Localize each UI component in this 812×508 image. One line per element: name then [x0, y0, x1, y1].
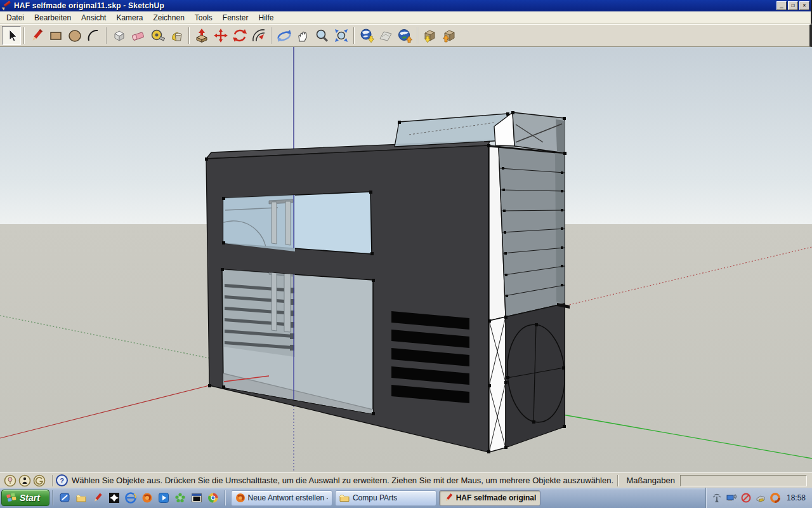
close-button[interactable]: ✕	[799, 1, 809, 10]
get-current-view-button[interactable]	[357, 26, 376, 45]
zoom-extents-icon	[334, 28, 349, 43]
sketchup-quicklaunch-icon[interactable]	[91, 491, 104, 504]
firefox-icon	[235, 493, 245, 503]
windows-flag-icon	[6, 493, 17, 503]
icq-icon[interactable]	[174, 491, 187, 504]
statusbar-separator	[52, 475, 53, 486]
task-firefox-window[interactable]: Neue Antwort erstellen -...	[231, 490, 332, 506]
share-model-button[interactable]	[440, 26, 459, 45]
menu-bar: Datei Bearbeiten Ansicht Kamera Zeichnen…	[0, 11, 812, 24]
globe-download-icon	[359, 28, 374, 43]
toolbar-separator	[106, 27, 107, 44]
show-desktop-icon[interactable]	[58, 491, 71, 504]
folder-icon	[339, 493, 350, 503]
make-component-tool-button[interactable]	[110, 26, 129, 45]
circle-tool-button[interactable]	[65, 26, 84, 45]
warehouse-download-icon	[422, 28, 438, 43]
offset-tool-button[interactable]	[249, 26, 268, 45]
zoom-extents-tool-button[interactable]	[332, 26, 351, 45]
rectangle-icon	[48, 28, 63, 43]
rotate-icon	[232, 28, 247, 43]
statusbar-separator	[617, 475, 619, 486]
offset-icon	[251, 28, 266, 43]
toolbar	[0, 24, 812, 47]
orbit-tool-button[interactable]	[275, 26, 294, 45]
menu-hilfe[interactable]: Hilfe	[254, 12, 279, 23]
line-tool-button[interactable]	[27, 26, 46, 45]
fraps-icon[interactable]	[108, 491, 121, 504]
wireless-tray-icon[interactable]	[711, 492, 723, 504]
taskbar: Start Neue Antwort erstellen -... Compu …	[0, 488, 812, 508]
menu-ansicht[interactable]: Ansicht	[76, 12, 111, 23]
menu-bearbeiten[interactable]: Bearbeiten	[29, 12, 76, 23]
geolocation-badge-icon[interactable]	[4, 474, 16, 487]
warehouse-upload-icon	[442, 28, 457, 43]
paint-bucket-icon	[169, 28, 184, 43]
quick-launch	[56, 491, 222, 504]
zoom-tool-button[interactable]	[313, 26, 332, 45]
tape-measure-icon	[150, 28, 165, 43]
attribution-person-badge-icon[interactable]	[18, 474, 31, 487]
task-folder-window[interactable]: Compu PArts	[335, 490, 436, 506]
measurements-label: Maßangaben	[626, 476, 675, 485]
printer-tray-icon[interactable]	[755, 492, 766, 504]
task-buttons: Neue Antwort erstellen -... Compu PArts …	[228, 490, 540, 506]
toggle-terrain-button[interactable]	[376, 26, 395, 45]
sketchup-window: HAF selfmade original11.skp - SketchUp _…	[0, 0, 812, 508]
restore-button[interactable]: ❐	[788, 1, 798, 10]
status-help-text: Wählen Sie Objekte aus. Drücken Sie die …	[72, 476, 613, 485]
measurements-input[interactable]	[680, 475, 807, 486]
window-title: HAF selfmade original11.skp - SketchUp	[14, 1, 164, 10]
updater-ring-tray-icon[interactable]	[769, 492, 781, 504]
system-tray: 18:58	[705, 488, 812, 508]
push-pull-tool-button[interactable]	[192, 26, 211, 45]
menu-fenster[interactable]: Fenster	[218, 12, 254, 23]
svg-text:?: ?	[60, 477, 64, 485]
arc-icon	[86, 28, 102, 43]
select-icon	[4, 28, 19, 43]
menu-zeichnen[interactable]: Zeichnen	[148, 12, 189, 23]
media-player-icon[interactable]	[157, 491, 170, 504]
select-tool-button[interactable]	[2, 26, 21, 45]
internet-explorer-icon[interactable]	[124, 491, 137, 504]
pan-tool-button[interactable]	[294, 26, 313, 45]
x-brace-strip	[489, 317, 506, 452]
console-window-icon[interactable]	[190, 491, 203, 504]
toolbar-separator	[417, 27, 418, 44]
chrome-icon[interactable]	[207, 491, 219, 504]
model-viewport[interactable]	[0, 47, 812, 472]
rotate-tool-button[interactable]	[230, 26, 249, 45]
task-sketchup-window[interactable]: HAF selfmade original...	[439, 490, 540, 506]
taskbar-separator	[52, 490, 53, 505]
blocked-device-tray-icon[interactable]	[740, 492, 752, 504]
menu-tools[interactable]: Tools	[190, 12, 218, 23]
menu-datei[interactable]: Datei	[1, 12, 29, 23]
get-models-button[interactable]	[421, 26, 440, 45]
menu-kamera[interactable]: Kamera	[111, 12, 148, 23]
title-bar[interactable]: HAF selfmade original11.skp - SketchUp _…	[0, 0, 812, 11]
folder-quicklaunch-icon[interactable]	[75, 491, 88, 504]
toolbar-separator	[271, 27, 272, 44]
place-model-button[interactable]	[395, 26, 414, 45]
move-icon	[213, 28, 228, 43]
tape-measure-tool-button[interactable]	[148, 26, 167, 45]
zoom-icon	[315, 28, 330, 43]
google-badge-icon[interactable]	[33, 474, 46, 487]
minimize-button[interactable]: _	[776, 1, 787, 10]
start-button[interactable]: Start	[1, 490, 49, 506]
arc-tool-button[interactable]	[84, 26, 103, 45]
eraser-tool-button[interactable]	[129, 26, 148, 45]
line-pencil-icon	[29, 28, 44, 43]
terrain-icon	[378, 28, 393, 43]
globe-upload-icon	[397, 28, 412, 43]
paint-bucket-tool-button[interactable]	[167, 26, 186, 45]
network-tray-icon[interactable]	[726, 492, 737, 504]
firefox-quicklaunch-icon[interactable]	[141, 491, 154, 504]
help-icon[interactable]: ?	[56, 474, 68, 486]
move-tool-button[interactable]	[211, 26, 230, 45]
toolbar-separator	[23, 27, 25, 44]
pan-hand-icon	[296, 28, 311, 43]
rectangle-tool-button[interactable]	[46, 26, 65, 45]
clock[interactable]: 18:58	[787, 493, 806, 502]
eraser-icon	[131, 28, 146, 43]
